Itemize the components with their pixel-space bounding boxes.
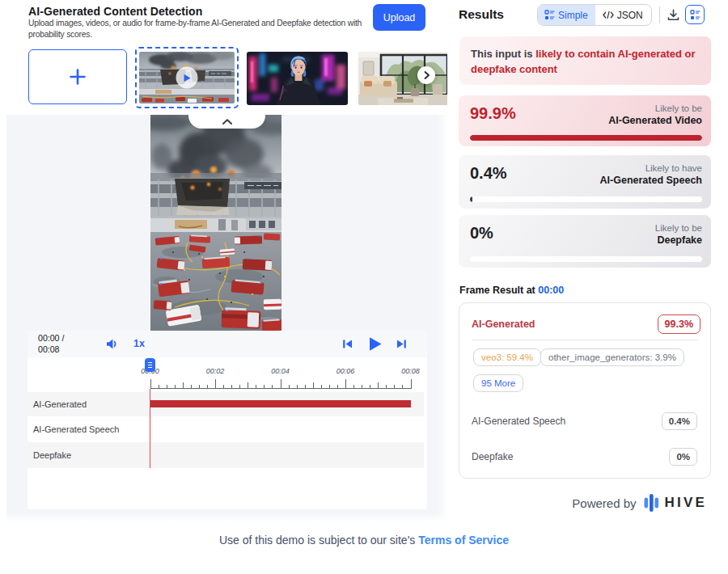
footer-disclaimer: Use of this demo is subject to our site'… xyxy=(0,534,728,547)
thumbnail-warehouse-video-selected[interactable] xyxy=(135,47,239,108)
ruler-tick xyxy=(215,379,216,389)
playback-speed-button[interactable]: 1x xyxy=(133,338,145,349)
ruler-tick xyxy=(272,385,273,389)
timeline-playhead-handle[interactable] xyxy=(145,358,155,372)
ruler-tick xyxy=(378,382,379,389)
track-label: AI-Generated Speech xyxy=(33,416,119,442)
ruler-tick xyxy=(321,385,322,389)
page-title: AI-Generated Content Detection xyxy=(28,5,202,18)
player-time-total: 00:08 xyxy=(38,344,64,356)
detailed-view-icon xyxy=(690,10,700,20)
frame-row-label-deepfake: Deepfake xyxy=(472,451,513,462)
thumbnails-scroll-right-button[interactable] xyxy=(417,66,435,84)
ruler-tick xyxy=(362,385,362,389)
player-controls-bar: 00:00 / 00:08 1x xyxy=(28,331,427,357)
result-summary-alert: This input is likely to contain AI-gener… xyxy=(459,36,711,85)
ruler-tick xyxy=(175,385,176,389)
upload-button-label: Upload xyxy=(383,12,416,23)
track-row-ai-generated: AI-Generated xyxy=(28,392,424,416)
toggle-simple-option[interactable]: Simple xyxy=(538,5,595,25)
player-time-current: 00:00 / xyxy=(38,333,64,344)
ai-content-detection-app: AI-Generated Content Detection Upload im… xyxy=(0,0,728,574)
ruler-tick xyxy=(313,382,314,389)
tag-veo3[interactable]: veo3: 59.4% xyxy=(473,348,541,366)
detailed-view-button[interactable] xyxy=(685,5,705,24)
hive-logo-icon xyxy=(644,493,659,513)
track-row-deepfake: Deepfake xyxy=(28,442,424,468)
video-frame-preview[interactable] xyxy=(150,115,281,331)
collapse-preview-button[interactable] xyxy=(188,115,265,129)
frame-result-label: Frame Result at xyxy=(459,285,538,296)
skip-forward-icon[interactable] xyxy=(396,338,408,350)
hive-logo: HIVE xyxy=(644,493,707,513)
tag-other-image-generators[interactable]: other_image_generators: 3.9% xyxy=(540,348,684,366)
add-media-button[interactable] xyxy=(28,49,127,104)
score-card-ai-generated-speech: 0.4% Likely to have AI-Generated Speech xyxy=(459,155,711,209)
thumbnail-cyberpunk-image[interactable] xyxy=(247,52,348,105)
ruler-tick xyxy=(281,379,281,389)
terms-of-service-link[interactable]: Terms of Service xyxy=(418,534,509,547)
toggle-simple-label: Simple xyxy=(558,10,588,21)
ruler-tick xyxy=(289,385,290,389)
playhead-grip-line xyxy=(148,367,152,368)
score-label: AI-Generated Video xyxy=(608,115,702,126)
frame-row-label-speech: AI-Generated Speech xyxy=(472,416,565,427)
tag-more-button[interactable]: 95 More xyxy=(473,374,523,392)
chevron-up-icon xyxy=(222,119,232,125)
score-bar-track xyxy=(470,135,702,141)
score-label: Deepfake xyxy=(657,234,702,246)
track-row-ai-generated-speech: AI-Generated Speech xyxy=(28,416,424,442)
track-label: Deepfake xyxy=(33,442,71,468)
score-qualifier: Likely to be xyxy=(655,103,702,113)
ai-generated-detection-bar xyxy=(150,400,411,407)
score-percent: 99.9% xyxy=(470,104,516,123)
chevron-right-icon xyxy=(423,71,430,79)
playhead-grip-line xyxy=(148,362,152,363)
ruler-tick xyxy=(150,379,151,389)
ruler-tick xyxy=(329,385,330,389)
frame-primary-score-badge: 99.3% xyxy=(658,314,700,334)
score-percent: 0.4% xyxy=(470,164,507,183)
ruler-tick xyxy=(297,385,298,389)
ruler-tick xyxy=(248,382,248,389)
player-time-display: 00:00 / 00:08 xyxy=(38,333,64,355)
thumbnail-warehouse-video-image xyxy=(139,52,235,103)
skip-back-icon[interactable] xyxy=(341,338,353,350)
ruler-tick xyxy=(353,385,354,389)
ruler-tick xyxy=(337,385,338,389)
upload-button[interactable]: Upload xyxy=(373,4,425,31)
powered-by-label: Powered by xyxy=(572,496,636,510)
playhead-grip-line xyxy=(148,365,152,365)
volume-icon[interactable] xyxy=(105,337,119,351)
score-bar-track xyxy=(470,256,702,262)
score-bar-fill xyxy=(470,135,702,141)
score-bar-track xyxy=(470,196,702,202)
ruler-tick xyxy=(207,385,208,389)
score-label: AI-Generated Speech xyxy=(600,175,702,186)
score-percent: 0% xyxy=(470,224,493,243)
ruler-tick xyxy=(411,379,412,389)
code-icon xyxy=(603,11,614,19)
footer-text: Use of this demo is subject to our site'… xyxy=(219,534,418,547)
powered-by-row: Powered by HIVE xyxy=(459,493,707,513)
alert-prefix: This input is xyxy=(471,48,535,60)
score-qualifier: Likely to have xyxy=(645,163,702,173)
toggle-json-option[interactable]: JSON xyxy=(595,5,651,25)
ruler-tick xyxy=(370,385,370,389)
results-title: Results xyxy=(459,7,504,22)
ruler-tick xyxy=(345,379,346,389)
frame-primary-label: AI-Generated xyxy=(472,319,535,330)
header-divider xyxy=(659,6,660,23)
page-subtitle: Upload images, videos, or audio for fram… xyxy=(28,18,366,40)
thumbnail-play-icon xyxy=(176,67,198,89)
play-icon[interactable] xyxy=(366,336,383,352)
hive-brand-name: HIVE xyxy=(665,495,707,511)
download-results-button[interactable] xyxy=(665,6,681,23)
frame-row-badge-speech: 0.4% xyxy=(662,412,697,430)
score-card-ai-generated-video: 99.9% Likely to be AI-Generated Video xyxy=(459,95,711,146)
ruler-tick xyxy=(223,385,224,389)
frame-result-time[interactable]: 00:00 xyxy=(538,285,564,296)
ruler-label-3: 00:06 xyxy=(329,367,362,375)
ruler-tick xyxy=(199,385,200,389)
ruler-tick xyxy=(191,385,192,389)
